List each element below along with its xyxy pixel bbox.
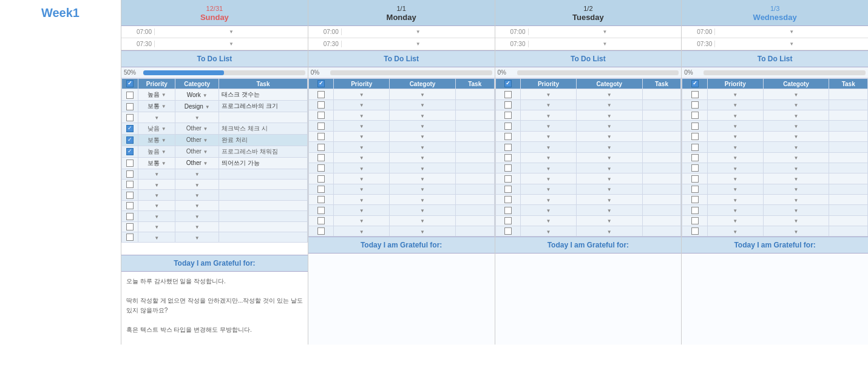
todo-checkbox-0-1[interactable]: [126, 103, 134, 110]
priority-arrow[interactable]: ▼: [733, 187, 737, 192]
todo-category-2-6[interactable]: ▼: [576, 152, 642, 163]
todo-checkbox-3-0[interactable]: [691, 91, 699, 98]
category-arrow[interactable]: ▼: [607, 208, 612, 213]
priority-arrow[interactable]: ▼: [733, 218, 737, 224]
todo-checkbox-1-11[interactable]: [317, 207, 325, 214]
todo-task-1-12[interactable]: [455, 215, 494, 226]
todo-task-3-3[interactable]: [829, 121, 868, 131]
todo-priority-1-11[interactable]: ▼: [334, 205, 390, 215]
category-arrow[interactable]: ▼: [607, 218, 612, 224]
priority-arrow[interactable]: ▼: [546, 198, 551, 203]
priority-arrow[interactable]: ▼: [546, 134, 551, 140]
todo-category-0-2[interactable]: ▼: [175, 112, 219, 123]
category-arrow[interactable]: ▼: [195, 115, 200, 121]
priority-arrow[interactable]: ▼: [161, 104, 166, 109]
todo-priority-3-4[interactable]: ▼: [707, 131, 763, 141]
grateful-content-0[interactable]: 오늘 하루 감사했던 일을 작성합니다. 딱히 작성할 게 없으면 작성을 안하…: [121, 272, 308, 345]
todo-category-1-8[interactable]: ▼: [390, 173, 456, 184]
time-dropdown-arrow[interactable]: ▼: [229, 29, 234, 35]
todo-priority-3-8[interactable]: ▼: [707, 173, 763, 184]
todo-checkbox-cell-0-8[interactable]: [122, 180, 138, 190]
todo-task-1-13[interactable]: [455, 226, 494, 237]
todo-checkbox-0-2[interactable]: [126, 114, 134, 121]
todo-category-0-11[interactable]: ▼: [175, 211, 219, 221]
todo-category-3-4[interactable]: ▼: [763, 131, 829, 141]
todo-task-1-4[interactable]: [455, 131, 494, 141]
todo-checkbox-cell-2-9[interactable]: [495, 184, 521, 194]
todo-priority-3-0[interactable]: ▼: [707, 89, 763, 99]
todo-checkbox-3-13[interactable]: [691, 227, 699, 235]
todo-checkbox-cell-0-12[interactable]: [122, 221, 138, 232]
priority-arrow[interactable]: ▼: [733, 208, 737, 213]
todo-checkbox-1-3[interactable]: [317, 123, 325, 130]
todo-task-2-3[interactable]: [642, 121, 681, 131]
todo-priority-1-3[interactable]: ▼: [334, 121, 390, 131]
todo-category-3-11[interactable]: ▼: [763, 205, 829, 215]
header-checkbox-1[interactable]: [317, 80, 325, 87]
todo-task-0-0[interactable]: 태스크 갯수는: [219, 89, 308, 101]
todo-checkbox-cell-1-0[interactable]: [308, 89, 334, 99]
todo-category-2-1[interactable]: ▼: [576, 99, 642, 110]
todo-task-0-1[interactable]: 프로그레스바의 크기: [219, 101, 308, 112]
grateful-content-2[interactable]: [495, 254, 682, 345]
priority-arrow[interactable]: ▼: [733, 229, 737, 235]
todo-checkbox-cell-3-0[interactable]: [682, 89, 708, 99]
todo-task-1-10[interactable]: [455, 194, 494, 204]
todo-category-2-3[interactable]: ▼: [576, 121, 642, 131]
todo-category-0-12[interactable]: ▼: [175, 221, 219, 232]
category-arrow[interactable]: ▼: [794, 208, 799, 213]
todo-category-2-7[interactable]: ▼: [576, 163, 642, 173]
todo-priority-3-13[interactable]: ▼: [707, 226, 763, 237]
todo-category-1-2[interactable]: ▼: [390, 110, 456, 121]
todo-task-0-9[interactable]: [219, 190, 308, 200]
time-dropdown-arrow[interactable]: ▼: [789, 41, 794, 47]
todo-checkbox-1-0[interactable]: [317, 91, 325, 98]
todo-checkbox-2-6[interactable]: [504, 154, 512, 161]
todo-checkbox-cell-3-11[interactable]: [682, 205, 708, 215]
priority-arrow[interactable]: ▼: [359, 166, 364, 172]
todo-priority-3-10[interactable]: ▼: [707, 194, 763, 204]
todo-checkbox-3-1[interactable]: [691, 101, 699, 109]
todo-checkbox-cell-2-12[interactable]: [495, 215, 521, 226]
priority-arrow[interactable]: ▼: [161, 161, 166, 166]
todo-priority-2-6[interactable]: ▼: [521, 152, 577, 163]
todo-checkbox-cell-2-1[interactable]: [495, 99, 521, 110]
todo-category-3-5[interactable]: ▼: [763, 142, 829, 152]
todo-task-2-1[interactable]: [642, 99, 681, 110]
todo-priority-3-3[interactable]: ▼: [707, 121, 763, 131]
todo-task-1-1[interactable]: [455, 99, 494, 110]
todo-checkbox-0-8[interactable]: [126, 181, 134, 188]
todo-checkbox-2-11[interactable]: [504, 207, 512, 214]
todo-category-0-0[interactable]: Work ▼: [175, 89, 219, 101]
category-arrow[interactable]: ▼: [195, 203, 200, 209]
todo-checkbox-cell-1-8[interactable]: [308, 173, 334, 184]
category-arrow[interactable]: ▼: [794, 198, 799, 203]
todo-checkbox-cell-0-1[interactable]: [122, 101, 138, 112]
priority-arrow[interactable]: ▼: [161, 92, 166, 98]
todo-task-3-13[interactable]: [829, 226, 868, 237]
todo-checkbox-cell-0-2[interactable]: [122, 112, 138, 123]
todo-checkbox-cell-0-5[interactable]: [122, 146, 138, 157]
todo-priority-1-4[interactable]: ▼: [334, 131, 390, 141]
todo-category-2-4[interactable]: ▼: [576, 131, 642, 141]
todo-task-3-7[interactable]: [829, 163, 868, 173]
todo-task-2-0[interactable]: [642, 89, 681, 99]
todo-priority-2-12[interactable]: ▼: [521, 215, 577, 226]
todo-checkbox-cell-1-3[interactable]: [308, 121, 334, 131]
todo-priority-1-7[interactable]: ▼: [334, 163, 390, 173]
todo-checkbox-0-5[interactable]: [126, 148, 134, 155]
priority-arrow[interactable]: ▼: [154, 172, 159, 177]
todo-task-3-4[interactable]: [829, 131, 868, 141]
todo-priority-0-2[interactable]: ▼: [138, 112, 175, 123]
time-dropdown-arrow[interactable]: ▼: [229, 41, 234, 47]
todo-category-3-6[interactable]: ▼: [763, 152, 829, 163]
priority-arrow[interactable]: ▼: [546, 218, 551, 224]
todo-checkbox-3-3[interactable]: [691, 123, 699, 130]
category-arrow[interactable]: ▼: [420, 145, 425, 150]
todo-priority-1-1[interactable]: ▼: [334, 99, 390, 110]
todo-checkbox-0-12[interactable]: [126, 223, 134, 230]
todo-priority-0-9[interactable]: ▼: [138, 190, 175, 200]
category-arrow[interactable]: ▼: [420, 177, 425, 182]
priority-arrow[interactable]: ▼: [546, 187, 551, 192]
todo-category-0-9[interactable]: ▼: [175, 190, 219, 200]
